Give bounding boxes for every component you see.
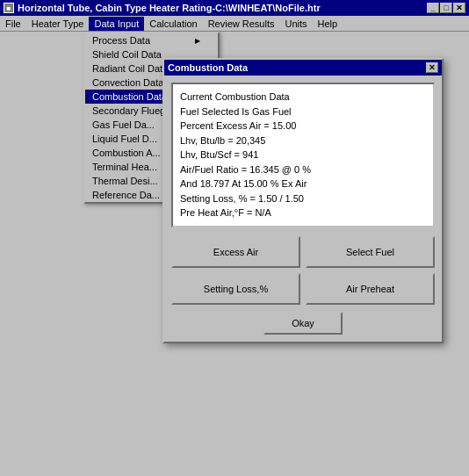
dialog-body: Current Combustion Data Fuel Selected Is… xyxy=(164,76,442,342)
maximize-button[interactable]: □ xyxy=(440,3,452,13)
menu-file[interactable]: File xyxy=(0,17,26,31)
info-line-6: And 18.797 At 15.00 % Ex Air xyxy=(180,177,426,191)
setting-loss-button[interactable]: Setting Loss,% xyxy=(171,273,300,305)
info-line-7: Setting Loss, % = 1.50 / 1.50 xyxy=(180,191,426,206)
close-button[interactable]: ✕ xyxy=(453,3,465,13)
info-line-8: Pre Heat Air,°F = N/A xyxy=(180,206,426,220)
dialog-close-button[interactable]: ✕ xyxy=(426,62,438,73)
submenu-arrow: ▶ xyxy=(195,37,200,45)
select-fuel-button[interactable]: Select Fuel xyxy=(306,236,435,268)
title-bar-buttons: _ □ ✕ xyxy=(427,3,465,13)
menu-units[interactable]: Units xyxy=(279,17,312,31)
combustion-data-dialog: Combustion Data ✕ Current Combustion Dat… xyxy=(162,58,444,343)
main-area: Process Data ▶ Shield Coil Data Radiant … xyxy=(0,32,469,476)
excess-air-button[interactable]: Excess Air xyxy=(171,236,300,268)
menu-heater-type[interactable]: Heater Type xyxy=(26,17,90,31)
info-line-0: Current Combustion Data xyxy=(180,90,426,105)
minimize-button[interactable]: _ xyxy=(427,3,439,13)
info-line-1: Fuel Selected Is Gas Fuel xyxy=(180,105,426,119)
info-line-3: Lhv, Btu/lb = 20,345 xyxy=(180,133,426,148)
air-preheat-button[interactable]: Air Preheat xyxy=(306,273,435,305)
action-buttons-grid: Excess Air Select Fuel Setting Loss,% Ai… xyxy=(171,236,435,305)
menu-help[interactable]: Help xyxy=(313,17,343,31)
dialog-title-text: Combustion Data xyxy=(168,62,248,73)
okay-row: Okay xyxy=(171,312,435,335)
app-icon: ■ xyxy=(4,3,14,13)
menu-bar: File Heater Type Data Input Calculation … xyxy=(0,16,469,32)
title-bar: ■ Horizontal Tube, Cabin Type Heater Rat… xyxy=(0,0,469,16)
menu-data-input[interactable]: Data Input xyxy=(89,17,144,31)
menu-review-results[interactable]: Review Results xyxy=(203,17,280,31)
okay-button[interactable]: Okay xyxy=(263,312,343,335)
title-bar-left: ■ Horizontal Tube, Cabin Type Heater Rat… xyxy=(4,3,321,13)
combustion-info-box: Current Combustion Data Fuel Selected Is… xyxy=(171,83,435,227)
info-line-5: Air/Fuel Ratio = 16.345 @ 0 % xyxy=(180,162,426,177)
dialog-title-bar: Combustion Data ✕ xyxy=(164,60,442,76)
info-line-4: Lhv, Btu/Scf = 941 xyxy=(180,148,426,162)
info-line-2: Percent Excess Air = 15.00 xyxy=(180,119,426,133)
dropdown-process-data[interactable]: Process Data ▶ xyxy=(85,33,218,47)
window-title: Horizontal Tube, Cabin Type Heater Ratin… xyxy=(18,3,321,13)
menu-calculation[interactable]: Calculation xyxy=(144,17,202,31)
